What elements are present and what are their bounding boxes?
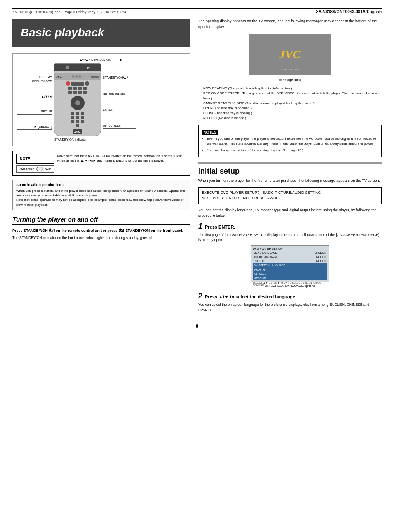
- notes-box: NOTES Even if you turn off the player, t…: [198, 125, 382, 157]
- arrow-symbol: ▶: [87, 66, 90, 69]
- about-title: About invalid operation icon: [16, 183, 186, 187]
- header-file-info: XV-N318S(USUBUGUX).book Page 8 Friday, M…: [12, 10, 126, 14]
- opening-display-bullets: NOW READING (The player is reading the d…: [198, 86, 382, 121]
- note-item-1: Even if you turn off the player, the pla…: [207, 136, 378, 146]
- remote-body-sch: JVC: [56, 81, 99, 134]
- title-block: Basic playback: [12, 19, 190, 47]
- label-select: ► (SELECT): [17, 125, 52, 130]
- dvd-row-menu-lang: MENU LANGUAGE ENGLISH: [253, 251, 327, 255]
- bullet-1: NOW READING (The player is reading the d…: [203, 86, 382, 91]
- dvd-row-onscreen: ON SCREEN LANGUAGE ▼: [253, 263, 327, 267]
- jvc-screen-caption: Message area: [198, 78, 382, 82]
- right-column: The opening display appears on the TV sc…: [198, 19, 382, 317]
- standby-on-top-label: ⏻/I ⏻/I STANDBY/ON ▶: [17, 58, 185, 62]
- label-display: DISPLAYOPEN/CLOSE: [17, 75, 52, 84]
- label-enter: ENTER: [103, 108, 136, 113]
- option-english: ENGLISH: [254, 268, 326, 272]
- about-invalid-box: About invalid operation icon When you pr…: [12, 180, 190, 210]
- now-reading-placeholder: NOW READING: [281, 68, 299, 71]
- dvd-setup-screen: DVD PLAYER SET UP MENU LANGUAGE ENGLISH …: [251, 245, 329, 282]
- page-title: Basic playback: [21, 26, 182, 39]
- label-standby-on-right: STANDBY/ON ⏻/I: [103, 76, 136, 81]
- karaoke-label: KARAOKE: [19, 167, 35, 171]
- note-title: NOTE: [16, 154, 54, 164]
- karaoke-switch-label: KARAOKE DVD: [16, 165, 54, 173]
- step-1-body: The first page of the DVD PLAYER SET UP …: [198, 232, 382, 243]
- notes-list: Even if you turn off the player, the pla…: [202, 136, 378, 153]
- jvc-screen-mockup: JVC NOW READING: [249, 34, 331, 75]
- message-area-caption: Message area: [279, 78, 301, 82]
- option-chinese: CHINESE: [254, 272, 326, 276]
- remote-diagram: ⏻/I ⏻/I STANDBY/ON ▶ DISPLAYOPEN/CLOSE ▲…: [12, 53, 190, 146]
- bullet-3: CANNOT READ THIS DISC (The disc cannot b…: [203, 101, 382, 106]
- standby-instruction-bold: Press STANDBY/ON ⏻/I on the remote contr…: [12, 229, 183, 233]
- turning-on-off-heading: Turning the player on and off: [12, 216, 190, 225]
- step-2: 2 Press ▲/▼ to select the desired langua…: [198, 292, 382, 313]
- jvc-logo: JVC: [279, 48, 300, 61]
- jvc-remote-logo: JVC: [73, 129, 83, 134]
- label-numeric: Numeric buttons: [103, 92, 136, 97]
- standby-indicator-text: The STANDBY/ON indicator on the front pa…: [12, 235, 190, 241]
- bullet-5: CLOSE (The disc tray is closing.): [203, 111, 382, 116]
- label-setup: SET UP: [17, 110, 52, 115]
- remote-left-labels: DISPLAYOPEN/CLOSE ▲/▼/◄ SET UP ► (SELECT…: [17, 63, 52, 136]
- header-doc-id: XV-N318S/GNT0042-001A/English: [316, 10, 382, 14]
- initial-setup-heading: Initial setup: [198, 167, 382, 176]
- standby-symbol: ⏻/I: [80, 58, 85, 62]
- turning-on-off-title: Turning the player on and off: [12, 216, 190, 223]
- setup-body-text: You can set the display language, TV mon…: [198, 208, 382, 219]
- setup-prompt-text: EXECUTE DVD PLAYER SETUP? - BASIC PICTUR…: [202, 191, 321, 200]
- step-1-number: 1: [198, 222, 202, 231]
- initial-setup-section: Initial setup When you turn on the playe…: [198, 162, 382, 313]
- switch-oval: [36, 167, 43, 171]
- option-spanish: SPANISH: [254, 276, 326, 279]
- notes-title: NOTES: [202, 130, 218, 135]
- dvd-dropdown-options: ENGLISH CHINESE SPANISH: [253, 267, 327, 280]
- top-header: XV-N318S(USUBUGUX).book Page 8 Friday, M…: [12, 8, 382, 15]
- page-number: 8: [12, 320, 382, 329]
- label-nav: ▲/▼/◄: [17, 95, 52, 100]
- initial-setup-intro: When you turn on the player for the firs…: [198, 178, 382, 184]
- remote-schematic-image: ▶ JVC: [54, 63, 101, 136]
- standby-text: ⏻/I STANDBY/ON: [85, 58, 111, 62]
- left-column: Basic playback ⏻/I ⏻/I STANDBY/ON ▶ DISP…: [12, 19, 190, 317]
- bullet-2: REGION CODE ERROR! (The region code of t…: [203, 91, 382, 101]
- note-text: Make sure that the KARAOKE - DVD switch …: [57, 154, 186, 163]
- dvd-row-audio-lang: AUDIO LANGUAGE ENGLISH: [253, 255, 327, 259]
- step-2-title: Press ▲/▼ to select the desired language…: [205, 294, 297, 299]
- dpad-sch: [71, 96, 85, 110]
- play-arrow: ▶: [120, 58, 123, 62]
- turning-on-off-content: Press STANDBY/ON ⏻/I on the remote contr…: [12, 228, 190, 241]
- remote-right-labels: STANDBY/ON ⏻/I Numeric buttons ENTER ON …: [103, 63, 136, 136]
- dvd-setup-title: DVD PLAYER SET UP: [253, 247, 327, 250]
- step-2-body: You can select the on-screen language fo…: [198, 302, 382, 313]
- dvd-label: DVD: [45, 167, 52, 171]
- note-box: NOTE KARAOKE DVD Make sure that the KARA…: [12, 151, 190, 176]
- setup-prompt-box: EXECUTE DVD PLAYER SETUP? - BASIC PICTUR…: [198, 187, 382, 204]
- dvd-footer: SELECT ▲▼ ENTER ► or OK TO SELECT, USE E…: [253, 282, 327, 286]
- step-1-title: Press ENTER.: [205, 224, 235, 229]
- bullet-4: OPEN (The disc tray is opening.): [203, 106, 382, 111]
- bullet-6: NO DISC (No disc is loaded.): [203, 116, 382, 121]
- label-onscreen: ON SCREEN: [103, 124, 136, 129]
- remote-wrapper: DISPLAYOPEN/CLOSE ▲/▼/◄ SET UP ► (SELECT…: [17, 63, 185, 136]
- dvd-row-subtitle: SUBTITLE ENGLISH: [253, 259, 327, 263]
- standby-indicator-label: STANDBY/ON indicator: [54, 138, 185, 141]
- about-text: When you press a button, and if the play…: [16, 188, 186, 207]
- note-item-2: You can change the picture of the openin…: [207, 148, 378, 153]
- step-1: 1 Press ENTER. The first page of the DVD…: [198, 222, 382, 288]
- step-2-number: 2: [198, 292, 202, 301]
- power-button-sch: [65, 65, 69, 69]
- opening-display-text: The opening display appears on the TV sc…: [198, 19, 382, 30]
- remote-top-bar: ▶: [54, 64, 101, 71]
